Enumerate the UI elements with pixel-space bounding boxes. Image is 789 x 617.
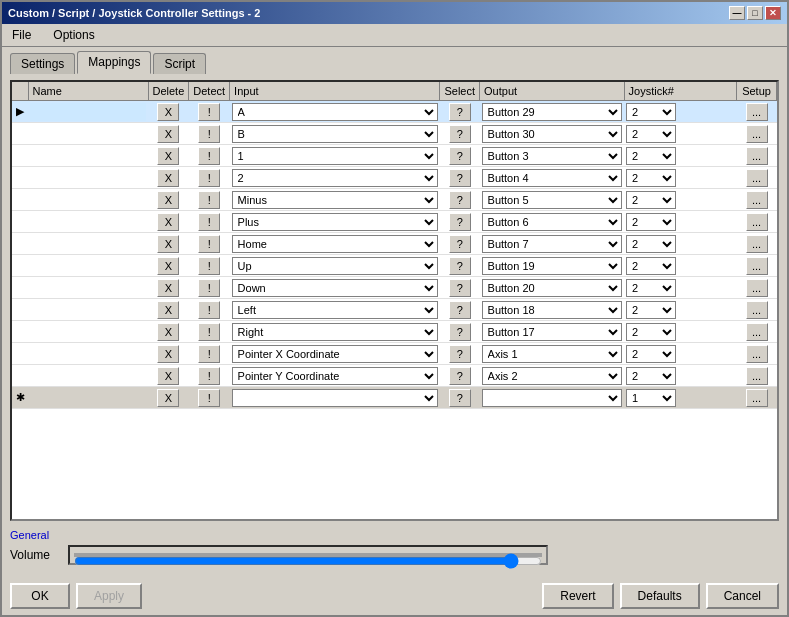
- delete-button[interactable]: X: [157, 213, 179, 231]
- delete-button[interactable]: X: [157, 323, 179, 341]
- input-select[interactable]: AB12MinusPlusHomeUpDownLeftRightPointer …: [232, 147, 438, 165]
- name-input[interactable]: [30, 103, 146, 121]
- detect-button[interactable]: !: [198, 257, 220, 275]
- detect-button[interactable]: !: [198, 191, 220, 209]
- joystick-select[interactable]: 1234: [626, 279, 676, 297]
- joystick-select[interactable]: 1234: [626, 147, 676, 165]
- joystick-select[interactable]: 1234: [626, 301, 676, 319]
- output-select[interactable]: Button 1Button 2Button 3Button 4Button 5…: [482, 345, 623, 363]
- minimize-button[interactable]: —: [729, 6, 745, 20]
- input-select[interactable]: AB12MinusPlusHomeUpDownLeftRightPointer …: [232, 323, 438, 341]
- input-select[interactable]: AB12MinusPlusHomeUpDownLeftRightPointer …: [232, 345, 438, 363]
- output-select[interactable]: Button 1Button 2Button 3Button 4Button 5…: [482, 279, 623, 297]
- joystick-select[interactable]: 1234: [626, 257, 676, 275]
- output-select[interactable]: Button 1Button 2Button 3Button 4Button 5…: [482, 103, 623, 121]
- delete-button[interactable]: X: [157, 257, 179, 275]
- output-select[interactable]: Button 1Button 2Button 3Button 4Button 5…: [482, 191, 623, 209]
- delete-button[interactable]: X: [157, 301, 179, 319]
- select-button[interactable]: ?: [449, 235, 471, 253]
- joystick-select[interactable]: 1234: [626, 367, 676, 385]
- select-button[interactable]: ?: [449, 103, 471, 121]
- joystick-select[interactable]: 1234: [626, 345, 676, 363]
- tab-mappings[interactable]: Mappings: [77, 51, 151, 74]
- joystick-select[interactable]: 1234: [626, 389, 676, 407]
- maximize-button[interactable]: □: [747, 6, 763, 20]
- detect-button[interactable]: !: [198, 367, 220, 385]
- setup-button[interactable]: ...: [746, 389, 768, 407]
- delete-button[interactable]: X: [157, 279, 179, 297]
- detect-button[interactable]: !: [198, 169, 220, 187]
- apply-button[interactable]: Apply: [76, 583, 142, 609]
- output-select[interactable]: Button 1Button 2Button 3Button 4Button 5…: [482, 213, 623, 231]
- ok-button[interactable]: OK: [10, 583, 70, 609]
- detect-button[interactable]: !: [198, 103, 220, 121]
- joystick-select[interactable]: 1234: [626, 235, 676, 253]
- delete-button[interactable]: X: [157, 103, 179, 121]
- delete-button[interactable]: X: [157, 345, 179, 363]
- select-button[interactable]: ?: [449, 125, 471, 143]
- setup-button[interactable]: ...: [746, 323, 768, 341]
- close-button[interactable]: ✕: [765, 6, 781, 20]
- select-button[interactable]: ?: [449, 389, 471, 407]
- detect-button[interactable]: !: [198, 147, 220, 165]
- revert-button[interactable]: Revert: [542, 583, 613, 609]
- delete-button[interactable]: X: [157, 235, 179, 253]
- tab-settings[interactable]: Settings: [10, 53, 75, 74]
- select-button[interactable]: ?: [449, 345, 471, 363]
- detect-button[interactable]: !: [198, 345, 220, 363]
- input-select[interactable]: AB12MinusPlusHomeUpDownLeftRightPointer …: [232, 103, 438, 121]
- setup-button[interactable]: ...: [746, 235, 768, 253]
- setup-button[interactable]: ...: [746, 279, 768, 297]
- menu-file[interactable]: File: [6, 26, 37, 44]
- output-select[interactable]: Button 1Button 2Button 3Button 4Button 5…: [482, 257, 623, 275]
- output-select[interactable]: Button 1Button 2Button 3Button 4Button 5…: [482, 235, 623, 253]
- delete-button[interactable]: X: [157, 169, 179, 187]
- output-select[interactable]: Button 1Button 2Button 3Button 4Button 5…: [482, 389, 623, 407]
- input-select[interactable]: AB12MinusPlusHomeUpDownLeftRightPointer …: [232, 389, 438, 407]
- output-select[interactable]: Button 1Button 2Button 3Button 4Button 5…: [482, 125, 623, 143]
- setup-button[interactable]: ...: [746, 257, 768, 275]
- detect-button[interactable]: !: [198, 125, 220, 143]
- detect-button[interactable]: !: [198, 279, 220, 297]
- setup-button[interactable]: ...: [746, 103, 768, 121]
- input-select[interactable]: AB12MinusPlusHomeUpDownLeftRightPointer …: [232, 301, 438, 319]
- select-button[interactable]: ?: [449, 213, 471, 231]
- joystick-select[interactable]: 1234: [626, 191, 676, 209]
- setup-button[interactable]: ...: [746, 191, 768, 209]
- menu-options[interactable]: Options: [47, 26, 100, 44]
- delete-button[interactable]: X: [157, 367, 179, 385]
- select-button[interactable]: ?: [449, 147, 471, 165]
- joystick-select[interactable]: 1234: [626, 323, 676, 341]
- select-button[interactable]: ?: [449, 367, 471, 385]
- cancel-button[interactable]: Cancel: [706, 583, 779, 609]
- output-select[interactable]: Button 1Button 2Button 3Button 4Button 5…: [482, 147, 623, 165]
- delete-button[interactable]: X: [157, 389, 179, 407]
- input-select[interactable]: AB12MinusPlusHomeUpDownLeftRightPointer …: [232, 367, 438, 385]
- detect-button[interactable]: !: [198, 301, 220, 319]
- input-select[interactable]: AB12MinusPlusHomeUpDownLeftRightPointer …: [232, 169, 438, 187]
- select-button[interactable]: ?: [449, 169, 471, 187]
- joystick-select[interactable]: 1234: [626, 213, 676, 231]
- joystick-select[interactable]: 1234: [626, 169, 676, 187]
- setup-button[interactable]: ...: [746, 147, 768, 165]
- input-select[interactable]: AB12MinusPlusHomeUpDownLeftRightPointer …: [232, 257, 438, 275]
- detect-button[interactable]: !: [198, 323, 220, 341]
- select-button[interactable]: ?: [449, 279, 471, 297]
- delete-button[interactable]: X: [157, 147, 179, 165]
- mappings-table-container[interactable]: Name Delete Detect Input Select Output J…: [10, 80, 779, 521]
- detect-button[interactable]: !: [198, 235, 220, 253]
- input-select[interactable]: AB12MinusPlusHomeUpDownLeftRightPointer …: [232, 125, 438, 143]
- joystick-select[interactable]: 1234: [626, 125, 676, 143]
- detect-button[interactable]: !: [198, 213, 220, 231]
- joystick-select[interactable]: 1234: [626, 103, 676, 121]
- setup-button[interactable]: ...: [746, 169, 768, 187]
- detect-button[interactable]: !: [198, 389, 220, 407]
- output-select[interactable]: Button 1Button 2Button 3Button 4Button 5…: [482, 367, 623, 385]
- select-button[interactable]: ?: [449, 301, 471, 319]
- input-select[interactable]: AB12MinusPlusHomeUpDownLeftRightPointer …: [232, 235, 438, 253]
- output-select[interactable]: Button 1Button 2Button 3Button 4Button 5…: [482, 301, 623, 319]
- defaults-button[interactable]: Defaults: [620, 583, 700, 609]
- volume-slider[interactable]: [74, 553, 542, 569]
- output-select[interactable]: Button 1Button 2Button 3Button 4Button 5…: [482, 169, 623, 187]
- input-select[interactable]: AB12MinusPlusHomeUpDownLeftRightPointer …: [232, 191, 438, 209]
